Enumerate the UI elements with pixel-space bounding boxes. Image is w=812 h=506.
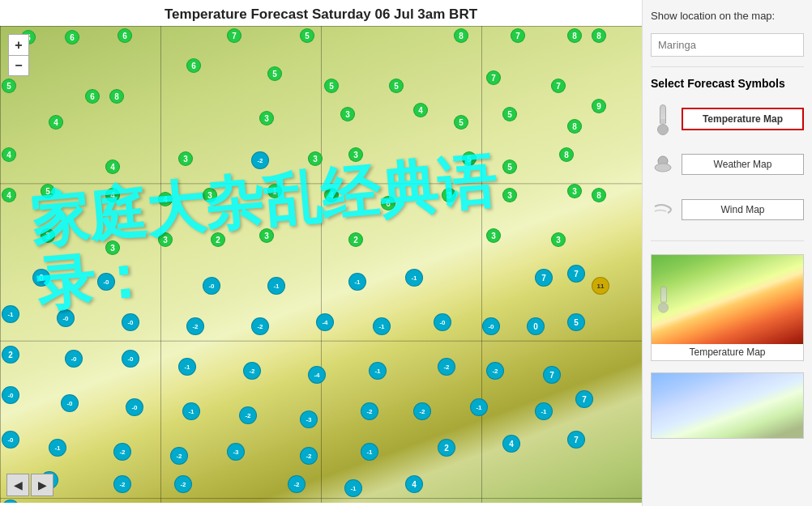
temp-dot: -1 bbox=[405, 269, 423, 287]
temp-dot: -0 bbox=[2, 431, 19, 449]
temp-dot: 2 bbox=[2, 346, 19, 364]
temp-dot: 4 bbox=[405, 475, 423, 493]
temp-dot: 1 bbox=[267, 184, 282, 198]
zoom-out-button[interactable]: − bbox=[8, 55, 29, 76]
wind-icon bbox=[651, 193, 675, 226]
prev-button[interactable]: ◀ bbox=[6, 474, 29, 496]
sidebar-divider bbox=[651, 66, 804, 67]
temp-dot: -1 bbox=[369, 362, 387, 380]
temp-dot: -2 bbox=[239, 406, 257, 424]
temp-dot: -0 bbox=[61, 394, 79, 412]
temp-dot: 5 bbox=[324, 79, 339, 93]
wind-symbol-row: Wind Map bbox=[651, 193, 804, 226]
temp-dot: -4 bbox=[316, 313, 334, 331]
map-thumbnail-container[interactable]: Temperature Map bbox=[651, 254, 804, 361]
temp-dot: 3 bbox=[158, 232, 173, 247]
temp-dot: 8 bbox=[592, 188, 606, 202]
temperature-map-button[interactable]: Temperature Map bbox=[682, 108, 804, 130]
map-section: Temperature Forecast Saturday 06 Jul 3am… bbox=[0, 0, 642, 506]
temp-dot: 3 bbox=[41, 228, 55, 243]
temp-dot: 4 bbox=[158, 192, 173, 206]
temp-dot: 0 bbox=[527, 317, 545, 335]
temp-dot: 4 bbox=[2, 147, 16, 162]
map-canvas[interactable]: 家庭大杂乱经典语 录： + − ◀ ▶ 66675878856865557794… bbox=[0, 26, 642, 503]
temp-dot: 7 bbox=[543, 366, 561, 384]
temp-dot: 3 bbox=[567, 184, 582, 198]
temp-dot: -0 bbox=[122, 313, 139, 331]
temp-dot: -2 bbox=[251, 317, 269, 335]
temp-dot: -2 bbox=[113, 443, 131, 461]
temp-dot: 8 bbox=[559, 147, 574, 162]
temp-dot: 4 bbox=[49, 115, 63, 130]
temp-dot: 5 bbox=[389, 79, 404, 93]
temp-dot: 5 bbox=[502, 107, 517, 121]
temp-dot: 5 bbox=[267, 66, 282, 81]
temp-dot: -1 bbox=[361, 443, 378, 461]
weather-icon bbox=[651, 148, 675, 181]
temp-dot: 5 bbox=[2, 79, 16, 93]
map-thumbnail2-container[interactable] bbox=[651, 372, 804, 439]
thermometer-icon bbox=[651, 103, 675, 135]
temp-dot: 2 bbox=[348, 232, 363, 247]
weather-symbol-row: Weather Map bbox=[651, 148, 804, 181]
temp-dot: -0 bbox=[126, 398, 143, 416]
temp-dot: 7 bbox=[551, 79, 566, 93]
temp-dot: 6 bbox=[186, 58, 201, 73]
zoom-in-button[interactable]: + bbox=[8, 34, 29, 55]
temp-dot: 9 bbox=[592, 99, 606, 113]
temp-dot: -0 bbox=[434, 313, 451, 331]
forecast-symbols-title: Select Forecast Symbols bbox=[651, 77, 804, 90]
temp-dot: 6 bbox=[381, 196, 395, 210]
weather-map-button[interactable]: Weather Map bbox=[682, 154, 804, 175]
temp-dot: -1 bbox=[373, 317, 391, 335]
temperature-symbol-row: Temperature Map bbox=[651, 103, 804, 135]
temp-dot: 3 bbox=[105, 240, 120, 255]
svg-point-1 bbox=[655, 164, 671, 172]
map-thumbnail bbox=[652, 255, 803, 344]
temp-dot: -4 bbox=[308, 366, 326, 384]
temp-dot: -0 bbox=[97, 273, 115, 291]
temp-dot: -1 bbox=[470, 398, 488, 416]
sidebar-divider2 bbox=[651, 240, 804, 241]
temp-dot: -2 bbox=[438, 358, 455, 376]
temp-dot: -2 bbox=[174, 475, 192, 493]
nav-controls: ◀ ▶ bbox=[6, 474, 53, 496]
temp-dot: -1 bbox=[49, 439, 66, 457]
temp-dot: 7 bbox=[567, 431, 585, 449]
temp-dot: 5 bbox=[502, 159, 517, 174]
temp-dot: -2 bbox=[288, 475, 306, 493]
temp-dot: 8 bbox=[454, 28, 468, 43]
temp-dot: -0 bbox=[65, 350, 83, 368]
temp-dot: 3 bbox=[308, 151, 323, 166]
temp-dot: -1 bbox=[182, 402, 200, 420]
location-label: Show location on the map: bbox=[651, 10, 804, 22]
temp-dot: 4 bbox=[324, 188, 339, 202]
location-input[interactable] bbox=[651, 33, 804, 57]
temp-dot: 4 bbox=[105, 159, 120, 174]
temp-dot: 7 bbox=[535, 269, 553, 287]
temp-dot: -0 bbox=[203, 277, 220, 295]
temp-dot: -2 bbox=[361, 402, 378, 420]
temp-dot: 3 bbox=[442, 188, 456, 202]
temp-dot: 4 bbox=[413, 103, 428, 117]
temp-dot: -2 bbox=[186, 317, 204, 335]
temp-dot: 5 bbox=[462, 151, 477, 166]
main-container: Temperature Forecast Saturday 06 Jul 3am… bbox=[0, 0, 812, 506]
temp-dot: 7 bbox=[567, 265, 585, 283]
temp-dot: -1 bbox=[344, 479, 362, 497]
temp-dot: 5 bbox=[454, 115, 468, 130]
temp-dot: 8 bbox=[109, 89, 124, 104]
temp-dot: 3 bbox=[259, 111, 274, 125]
zoom-controls: + − bbox=[8, 34, 29, 76]
next-button[interactable]: ▶ bbox=[31, 474, 53, 496]
wind-map-button[interactable]: Wind Map bbox=[682, 199, 804, 220]
temp-dot: 3 bbox=[340, 107, 355, 121]
temp-dot: 8 bbox=[567, 119, 582, 134]
temp-dot: 0 bbox=[32, 269, 50, 287]
sidebar: Show location on the map: Select Forecas… bbox=[642, 0, 812, 506]
temp-dot: -2 bbox=[486, 362, 504, 380]
temp-dot: 3 bbox=[259, 228, 274, 243]
temp-dot: -0 bbox=[57, 309, 75, 327]
map-thumbnail2 bbox=[652, 373, 803, 438]
temp-dot: -2 bbox=[113, 475, 131, 493]
